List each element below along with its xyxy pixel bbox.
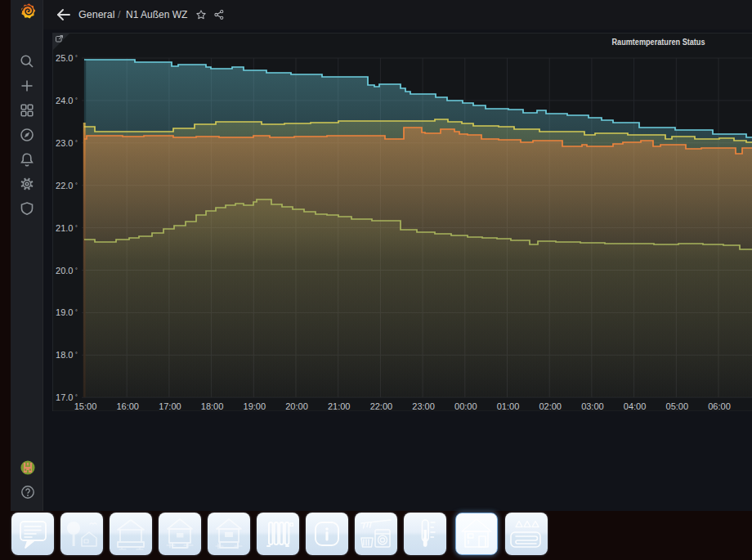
svg-text:22:00: 22:00 (370, 401, 393, 411)
svg-text:15:00: 15:00 (74, 401, 97, 411)
svg-text:06:00: 06:00 (708, 401, 731, 411)
svg-text:18:00: 18:00 (201, 401, 224, 411)
svg-text:00:00: 00:00 (454, 401, 477, 411)
svg-text:19.0: 19.0 (56, 307, 73, 317)
svg-text:°: ° (75, 182, 78, 188)
svg-text:°: ° (75, 140, 78, 146)
svg-text:20:00: 20:00 (285, 401, 308, 411)
svg-text:Raumtemperaturen Status: Raumtemperaturen Status (612, 37, 705, 47)
svg-text:°: ° (75, 97, 78, 103)
svg-text:°: ° (75, 309, 78, 315)
svg-text:°: ° (75, 352, 78, 357)
svg-text:01:00: 01:00 (497, 401, 520, 411)
svg-text:25.0: 25.0 (56, 53, 73, 63)
svg-text:03:00: 03:00 (581, 401, 604, 411)
svg-text:°: ° (75, 225, 78, 231)
svg-text:°: ° (75, 267, 78, 273)
svg-text:04:00: 04:00 (624, 401, 647, 411)
svg-text:19:00: 19:00 (244, 401, 266, 411)
svg-text:22.0: 22.0 (56, 181, 73, 190)
svg-text:20.0: 20.0 (56, 266, 73, 276)
svg-text:18.0: 18.0 (56, 350, 73, 360)
svg-text:24.0: 24.0 (56, 96, 73, 105)
svg-text:21:00: 21:00 (328, 401, 351, 411)
svg-text:23:00: 23:00 (412, 401, 435, 411)
svg-text:17.0: 17.0 (56, 392, 73, 402)
svg-text:23.0: 23.0 (56, 138, 73, 148)
svg-text:16:00: 16:00 (116, 401, 139, 411)
svg-text:17:00: 17:00 (159, 401, 181, 411)
svg-text:02:00: 02:00 (539, 401, 562, 411)
svg-text:°: ° (75, 55, 78, 60)
svg-text:21.0: 21.0 (56, 223, 73, 233)
svg-text:°: ° (75, 394, 78, 400)
svg-text:05:00: 05:00 (666, 401, 689, 411)
